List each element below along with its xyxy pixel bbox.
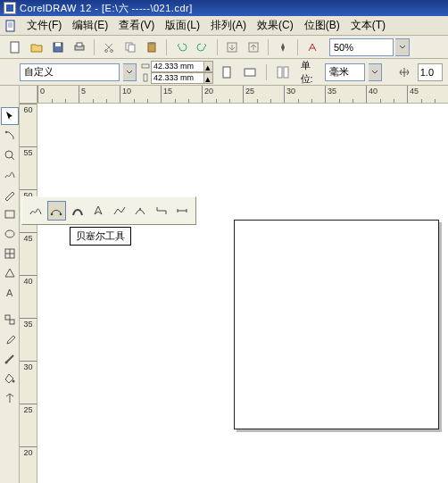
svg-rect-27: [5, 315, 10, 320]
page-height-input[interactable]: 42.333 mm: [151, 72, 204, 84]
bezier-flyout-tool[interactable]: [47, 201, 67, 221]
ruler-vertical[interactable]: 60 55 50 45 40 35 30 25 20: [20, 104, 37, 483]
freehand-flyout-tool[interactable]: [26, 201, 46, 221]
shape-tool[interactable]: [1, 127, 19, 145]
svg-rect-16: [144, 74, 147, 81]
standard-toolbar: 50%: [0, 36, 448, 59]
svg-point-21: [4, 131, 6, 133]
smart-drawing-tool[interactable]: [1, 186, 19, 204]
rectangle-tool[interactable]: [1, 205, 19, 223]
copy-button[interactable]: [120, 37, 140, 57]
drawing-viewport[interactable]: [37, 104, 448, 483]
canvas-region: 0 5 10 15 20 25 30 35 40 45 60 55 50 45 …: [20, 86, 448, 483]
ruler-tick: 45: [20, 232, 37, 275]
interactive-fill-tool[interactable]: [1, 389, 19, 407]
menu-edit[interactable]: 编辑(E): [67, 16, 113, 35]
eyedropper-tool[interactable]: [1, 330, 19, 348]
svg-rect-23: [5, 211, 14, 218]
svg-rect-13: [228, 43, 236, 52]
landscape-button[interactable]: [240, 62, 260, 83]
toolbar-separator: [94, 39, 95, 55]
work-area: A 0 5 10 15 20 25 30 35 40 45 60 55 50 4…: [0, 86, 448, 483]
ruler-tick: 30: [284, 86, 325, 103]
tooltip: 贝塞尔工具: [70, 227, 131, 246]
toolbar-separator: [268, 39, 269, 55]
height-spinner[interactable]: ▴▾: [204, 72, 213, 84]
menu-effects[interactable]: 效果(C): [252, 16, 299, 35]
app-launcher-button[interactable]: [273, 37, 293, 57]
svg-rect-17: [223, 67, 230, 78]
svg-rect-5: [75, 46, 84, 50]
svg-rect-10: [129, 45, 135, 52]
toolbar-separator: [297, 39, 298, 55]
svg-rect-2: [11, 42, 19, 53]
polyline-flyout-tool[interactable]: [110, 201, 129, 221]
cut-button[interactable]: [99, 37, 119, 57]
open-button[interactable]: [27, 37, 46, 57]
ruler-tick: 20: [20, 446, 37, 483]
svg-rect-12: [150, 42, 153, 45]
ruler-tick: 15: [161, 86, 202, 103]
menu-arrange[interactable]: 排列(A): [205, 16, 252, 35]
svg-point-24: [5, 230, 14, 237]
redo-button[interactable]: [193, 37, 212, 57]
export-button[interactable]: [244, 37, 263, 57]
page-width-input[interactable]: 42.333 mm: [151, 61, 204, 72]
portrait-button[interactable]: [217, 62, 236, 83]
connector-flyout-tool[interactable]: [152, 201, 171, 221]
menu-file[interactable]: 文件(F): [21, 16, 67, 35]
svg-point-29: [4, 362, 7, 364]
svg-point-7: [105, 49, 108, 52]
svg-point-31: [51, 213, 54, 216]
zoom-dropdown-button[interactable]: [395, 38, 410, 56]
zoom-level-input[interactable]: 50%: [329, 38, 394, 56]
basic-shapes-tool[interactable]: [1, 264, 19, 282]
outline-tool[interactable]: [1, 350, 19, 368]
corel-online-button[interactable]: [303, 37, 322, 57]
paste-button[interactable]: [142, 37, 162, 57]
ruler-tick: 30: [20, 361, 37, 404]
undo-button[interactable]: [171, 37, 191, 57]
menu-layout[interactable]: 版面(L): [160, 16, 205, 35]
unit-label: 单位:: [301, 59, 321, 86]
graph-paper-tool[interactable]: [1, 245, 19, 262]
page-layout-button[interactable]: [273, 62, 293, 83]
ellipse-tool[interactable]: [1, 225, 19, 243]
zoom-tool[interactable]: [1, 146, 19, 164]
ruler-horizontal[interactable]: 0 5 10 15 20 25 30 35 40 45: [37, 86, 448, 104]
svg-rect-14: [249, 43, 258, 52]
svg-point-30: [12, 380, 14, 383]
pick-tool[interactable]: [1, 107, 19, 125]
print-button[interactable]: [70, 37, 89, 57]
menu-bitmaps[interactable]: 位图(B): [299, 16, 345, 35]
fill-tool[interactable]: [1, 370, 19, 387]
svg-rect-0: [6, 4, 13, 12]
width-spinner[interactable]: ▴▾: [204, 61, 213, 72]
page-preset-dropdown[interactable]: [123, 63, 137, 81]
pen-flyout-tool[interactable]: [89, 201, 109, 221]
menu-bar: 文件(F) 编辑(E) 查看(V) 版面(L) 排列(A) 效果(C) 位图(B…: [0, 16, 448, 36]
unit-select[interactable]: 毫米: [325, 63, 365, 81]
page-preset-select[interactable]: 自定义: [20, 63, 120, 81]
artistic-media-flyout-tool[interactable]: [68, 201, 87, 221]
nudge-input[interactable]: 1.0: [418, 63, 443, 81]
ruler-corner: [20, 86, 37, 104]
freehand-tool[interactable]: [1, 166, 19, 184]
import-button[interactable]: [222, 37, 242, 57]
new-button[interactable]: [5, 37, 25, 57]
drawing-page[interactable]: [234, 220, 439, 429]
menu-view[interactable]: 查看(V): [113, 16, 160, 35]
svg-point-22: [5, 151, 12, 158]
text-tool[interactable]: A: [1, 284, 19, 302]
height-icon: [140, 72, 151, 83]
svg-rect-25: [5, 249, 14, 258]
ruler-tick: 25: [243, 86, 284, 103]
ruler-tick: 35: [20, 318, 37, 361]
dimension-flyout-tool[interactable]: [173, 201, 193, 221]
save-button[interactable]: [48, 37, 68, 57]
unit-dropdown[interactable]: [369, 63, 382, 81]
three-point-curve-flyout-tool[interactable]: [131, 201, 151, 221]
toolbar-separator: [166, 39, 167, 55]
menu-text[interactable]: 文本(T): [345, 16, 391, 35]
interactive-blend-tool[interactable]: [1, 311, 19, 329]
